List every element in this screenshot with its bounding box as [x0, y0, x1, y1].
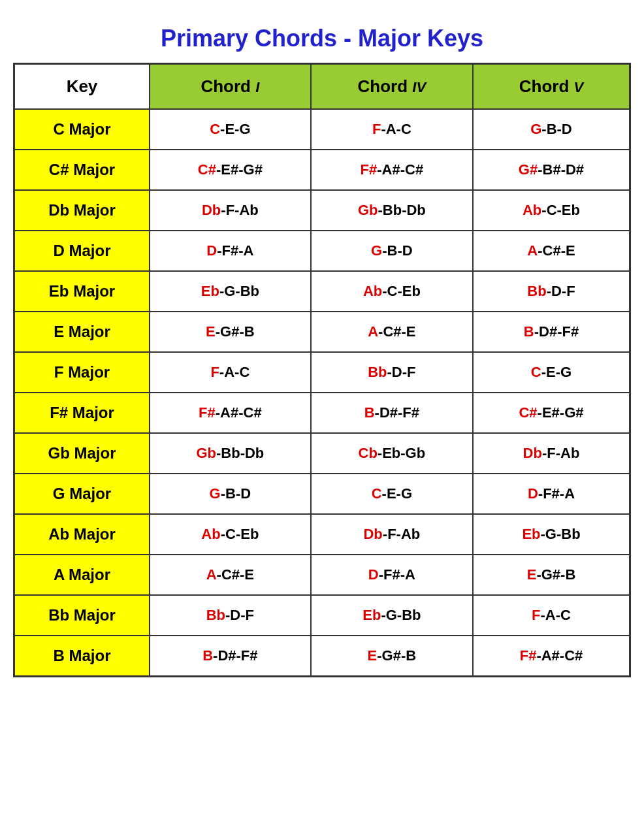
chord4-cell: A-C#-E [311, 312, 473, 352]
chord-root: D [528, 485, 538, 502]
chord-notes: -B-D [541, 121, 572, 137]
chord-notes: -A#-C# [216, 404, 262, 421]
table-header-row: Key Chord I Chord IV Chord V [14, 64, 630, 110]
key-header: Key [14, 64, 150, 110]
chord-notes: -G#-B [216, 323, 255, 340]
chord-root: E [368, 647, 378, 664]
chord-notes: -D-F [547, 283, 575, 299]
chord-root: Bb [368, 364, 387, 380]
chord-root: F# [520, 647, 537, 664]
chord1-cell: Ab-C-Eb [150, 514, 311, 555]
table-row: Bb MajorBb-D-FEb-G-BbF-A-C [14, 595, 630, 636]
chord1-cell: D-F#-A [150, 231, 311, 271]
key-cell: Bb Major [14, 595, 150, 636]
table-row: A MajorA-C#-ED-F#-AE-G#-B [14, 555, 630, 595]
chord1-cell: Bb-D-F [150, 595, 311, 636]
table-body: C MajorC-E-GF-A-CG-B-DC# MajorC#-E#-G#F#… [14, 109, 630, 677]
table-row: E MajorE-G#-BA-C#-EB-D#-F# [14, 312, 630, 352]
chord5-cell: B-D#-F# [473, 312, 630, 352]
chord1-cell: Eb-G-Bb [150, 271, 311, 312]
chord-notes: -G-Bb [541, 526, 581, 542]
chord-root: B [524, 323, 534, 340]
chord-root: Eb [522, 526, 540, 542]
chord4-cell: Bb-D-F [311, 352, 473, 393]
chord5-cell: F-A-C [473, 595, 630, 636]
chord-root: C [531, 364, 541, 380]
table-row: Gb MajorGb-Bb-DbCb-Eb-GbDb-F-Ab [14, 433, 630, 474]
chord-root: Eb [201, 283, 219, 299]
chord5-cell: C-E-G [473, 352, 630, 393]
chord1-cell: C#-E#-G# [150, 150, 311, 190]
chord5-cell: G#-B#-D# [473, 150, 630, 190]
chord-root: Db [363, 526, 382, 542]
chord4-cell: Gb-Bb-Db [311, 190, 473, 231]
chord-notes: -F-Ab [221, 202, 258, 218]
chord1-cell: F#-A#-C# [150, 393, 311, 433]
key-cell: G Major [14, 474, 150, 514]
chord-notes: -E-G [382, 485, 412, 502]
chord-root: Ab [363, 283, 382, 299]
table-row: F MajorF-A-CBb-D-FC-E-G [14, 352, 630, 393]
chord-notes: -C-Eb [541, 202, 580, 218]
chord-root: F# [199, 404, 216, 421]
chord-notes: -B#-D# [538, 161, 584, 178]
chord-root: C [210, 121, 220, 137]
chord-notes: -C#-E [538, 242, 575, 259]
chord-notes: -A#-C# [377, 161, 423, 178]
chord-notes: -G-Bb [381, 607, 421, 623]
chord-root: E [527, 566, 537, 583]
chord-notes: -E#-G# [538, 404, 584, 421]
table-row: Db MajorDb-F-AbGb-Bb-DbAb-C-Eb [14, 190, 630, 231]
chord-notes: -A-C [219, 364, 250, 380]
chord-notes: -Bb-Db [216, 445, 264, 461]
chord-root: A [368, 323, 378, 340]
chord-notes: -Eb-Gb [378, 445, 425, 461]
chord-root: F [210, 364, 219, 380]
chord1-header: Chord I [150, 64, 311, 110]
chord4-header: Chord IV [311, 64, 473, 110]
key-cell: E Major [14, 312, 150, 352]
table-row: B MajorB-D#-F#E-G#-BF#-A#-C# [14, 636, 630, 677]
chord-notes: -D-F [225, 607, 254, 623]
chord-notes: -F-Ab [542, 445, 579, 461]
chord-notes: -E-G [220, 121, 250, 137]
chord-root: C# [198, 161, 216, 178]
chord1-cell: F-A-C [150, 352, 311, 393]
chord5-cell: Db-F-Ab [473, 433, 630, 474]
chord4-cell: Db-F-Ab [311, 514, 473, 555]
chord5-cell: Ab-C-Eb [473, 190, 630, 231]
chord-notes: -C-Eb [382, 283, 421, 299]
chord-root: B [364, 404, 375, 421]
table-row: Ab MajorAb-C-EbDb-F-AbEb-G-Bb [14, 514, 630, 555]
chord-root: A [527, 242, 538, 259]
chord-notes: -C#-E [217, 566, 254, 583]
chord-root: Gb [196, 445, 216, 461]
chord-root: Ab [201, 526, 220, 542]
chord5-cell: C#-E#-G# [473, 393, 630, 433]
chord5-cell: Eb-G-Bb [473, 514, 630, 555]
chord-root: Bb [206, 607, 225, 623]
chord4-cell: Cb-Eb-Gb [311, 433, 473, 474]
chord-notes: -C-Eb [221, 526, 259, 542]
chord-notes: -D#-F# [534, 323, 579, 340]
chord1-cell: A-C#-E [150, 555, 311, 595]
chord-root: F# [361, 161, 378, 178]
chord-root: Eb [362, 607, 381, 623]
chord-root: G [530, 121, 541, 137]
chord5-cell: F#-A#-C# [473, 636, 630, 677]
chord-notes: -E#-G# [216, 161, 263, 178]
chord-root: G [371, 242, 382, 259]
chord-root: A [206, 566, 217, 583]
page-container: Primary Chords - Major Keys Key Chord I … [13, 13, 631, 677]
chord-notes: -D-F [387, 364, 416, 380]
key-cell: Db Major [14, 190, 150, 231]
chord5-cell: E-G#-B [473, 555, 630, 595]
chord-notes: -F#-A [217, 242, 253, 259]
chord-root: D [206, 242, 217, 259]
chord-notes: -A#-C# [536, 647, 583, 664]
key-cell: Eb Major [14, 271, 150, 312]
table-row: D MajorD-F#-AG-B-DA-C#-E [14, 231, 630, 271]
chord4-cell: C-E-G [311, 474, 473, 514]
key-cell: Ab Major [14, 514, 150, 555]
chord-notes: -D#-F# [213, 647, 257, 664]
